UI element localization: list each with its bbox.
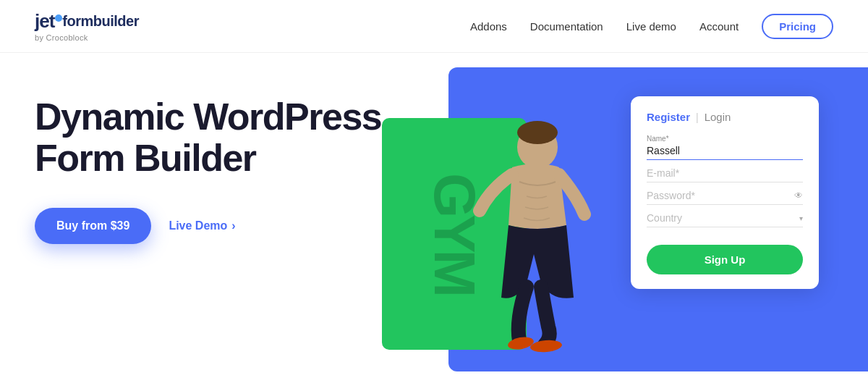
logo-formbuilder: formbuilder bbox=[62, 13, 139, 30]
nav-documentation[interactable]: Documentation bbox=[530, 20, 603, 33]
form-card: Register | Login Name* Rassell E-mail* P… bbox=[631, 96, 819, 289]
tab-login[interactable]: Login bbox=[705, 111, 731, 123]
form-tabs: Register | Login bbox=[647, 111, 803, 123]
live-demo-link[interactable]: Live Demo › bbox=[169, 219, 235, 232]
pricing-button[interactable]: Pricing bbox=[762, 14, 833, 39]
country-select[interactable]: Country bbox=[647, 212, 682, 224]
main-nav: Addons Documentation Live demo Account P… bbox=[470, 14, 833, 39]
email-field-group: E-mail* bbox=[647, 167, 803, 182]
name-field-group: Name* Rassell bbox=[647, 135, 803, 160]
logo-area: jet formbuilder by Crocoblock bbox=[35, 10, 139, 42]
tab-register[interactable]: Register bbox=[647, 111, 690, 123]
logo-jet: jet bbox=[35, 10, 62, 33]
logo-dot bbox=[55, 14, 62, 22]
name-label: Name* bbox=[647, 135, 803, 143]
password-field-group: Password* 👁 bbox=[647, 190, 803, 205]
password-row: Password* 👁 bbox=[647, 190, 803, 205]
dropdown-icon[interactable]: ▾ bbox=[799, 214, 803, 222]
header: jet formbuilder by Crocoblock Addons Doc… bbox=[0, 0, 868, 53]
tab-divider: | bbox=[696, 112, 699, 123]
right-side: GYM bbox=[382, 75, 833, 378]
email-input[interactable]: E-mail* bbox=[647, 167, 803, 182]
arrow-icon: › bbox=[231, 219, 235, 232]
country-row: Country ▾ bbox=[647, 212, 803, 227]
logo-sub: by Crocoblock bbox=[35, 33, 139, 42]
main-content: Dynamic WordPress Form Builder Buy from … bbox=[0, 53, 868, 378]
hero-title: Dynamic WordPress Form Builder bbox=[35, 96, 382, 179]
name-input[interactable]: Rassell bbox=[647, 145, 803, 160]
left-side: Dynamic WordPress Form Builder Buy from … bbox=[35, 82, 382, 244]
nav-account[interactable]: Account bbox=[699, 20, 739, 33]
password-input[interactable]: Password* bbox=[647, 190, 695, 201]
nav-live-demo[interactable]: Live demo bbox=[626, 20, 676, 33]
gym-card: GYM bbox=[382, 118, 527, 350]
eye-icon[interactable]: 👁 bbox=[794, 190, 803, 201]
gym-letters: GYM bbox=[428, 173, 480, 294]
nav-addons[interactable]: Addons bbox=[470, 20, 507, 33]
gym-text-bg: GYM bbox=[382, 118, 527, 350]
signup-button[interactable]: Sign Up bbox=[647, 245, 803, 274]
buy-button[interactable]: Buy from $39 bbox=[35, 208, 151, 244]
logo-main: jet formbuilder bbox=[35, 10, 139, 33]
cta-row: Buy from $39 Live Demo › bbox=[35, 208, 382, 244]
country-field-group: Country ▾ bbox=[647, 212, 803, 227]
